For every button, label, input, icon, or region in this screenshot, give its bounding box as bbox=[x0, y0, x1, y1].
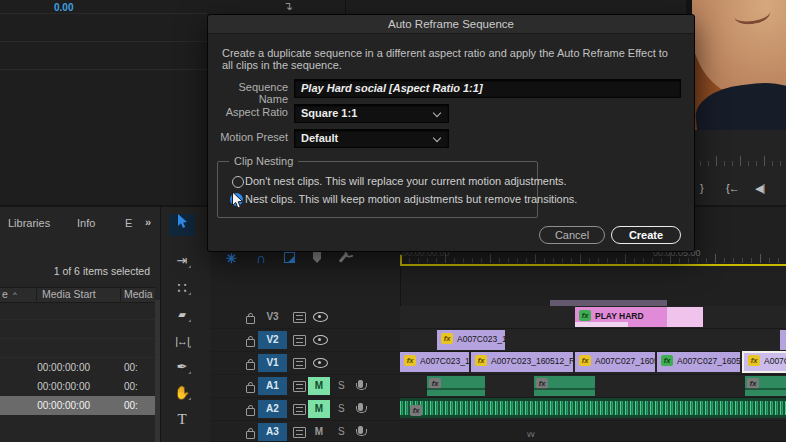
clip-v1[interactable]: fxA007C023_1 bbox=[400, 352, 469, 372]
track-content-a3 bbox=[400, 421, 786, 442]
table-row-media-start[interactable]: 00:00:00:00 bbox=[33, 400, 90, 411]
dialog-title[interactable]: Auto Reframe Sequence bbox=[208, 15, 694, 34]
sync-lock-icon[interactable] bbox=[293, 427, 306, 438]
mute-button[interactable]: M bbox=[308, 423, 330, 441]
snap-magnet-icon[interactable]: ∩ bbox=[256, 250, 266, 266]
voiceover-mic-icon[interactable] bbox=[358, 403, 363, 411]
mute-button[interactable]: M bbox=[308, 400, 330, 418]
toggle-track-output-icon[interactable] bbox=[313, 358, 328, 368]
selection-tool[interactable] bbox=[169, 214, 195, 236]
audio-clip-a1[interactable]: fx bbox=[745, 376, 786, 396]
voiceover-mic-icon[interactable] bbox=[358, 426, 363, 434]
table-row-media-end[interactable]: 00: bbox=[124, 400, 138, 411]
panel-divider bbox=[0, 69, 207, 70]
chevron-down-icon bbox=[433, 109, 441, 117]
audio-clip-a1[interactable]: fx bbox=[427, 376, 485, 396]
clip-v1[interactable]: fxA007C027_16051 bbox=[657, 352, 740, 372]
solo-button[interactable]: S bbox=[338, 380, 345, 391]
parameter-value[interactable]: 0.00 bbox=[54, 2, 73, 13]
column-media-end-partial[interactable]: Media bbox=[124, 288, 153, 300]
type-tool[interactable]: T bbox=[169, 408, 195, 430]
nest-sequence-icon[interactable]: ✳ bbox=[226, 251, 237, 266]
lock-icon[interactable] bbox=[246, 362, 255, 370]
track-target-a2[interactable]: A2 bbox=[258, 400, 287, 418]
motion-preset-label: Motion Preset bbox=[210, 131, 288, 143]
insert-icon[interactable]: ↴ bbox=[283, 0, 293, 13]
clip-play-hard[interactable]: fxPLAY HARD bbox=[575, 307, 703, 327]
aspect-ratio-dropdown[interactable]: Square 1:1 bbox=[294, 104, 449, 123]
dont-nest-label[interactable]: Don't nest clips. This will replace your… bbox=[245, 175, 567, 187]
column-divider bbox=[36, 288, 37, 301]
sync-lock-icon[interactable] bbox=[293, 312, 306, 323]
create-button[interactable]: Create bbox=[611, 226, 681, 244]
ripple-edit-tool[interactable]: ∷ bbox=[169, 277, 195, 299]
linked-selection-icon[interactable] bbox=[284, 252, 295, 263]
track-target-v3[interactable]: V3 bbox=[258, 308, 287, 326]
motion-preset-value: Default bbox=[301, 132, 338, 144]
track-target-a1[interactable]: A1 bbox=[258, 377, 287, 395]
sync-lock-icon[interactable] bbox=[293, 358, 306, 369]
tab-effects-truncated[interactable]: E bbox=[125, 217, 132, 229]
premiere-app-window: 0.00 ↴ } {← ◀| Libraries Info E » 1 of 6… bbox=[0, 0, 786, 442]
toggle-track-output-icon[interactable] bbox=[313, 335, 328, 345]
panel-divider bbox=[0, 41, 207, 42]
audio-clip-a1[interactable]: fx bbox=[534, 376, 595, 396]
clip-nesting-group bbox=[217, 161, 538, 218]
audio-clip-a2[interactable]: fx bbox=[400, 398, 786, 418]
clip-v1[interactable]: fxA007C027_1605 bbox=[575, 352, 655, 372]
work-area-bar bbox=[400, 264, 786, 266]
tab-libraries[interactable]: Libraries bbox=[8, 217, 50, 229]
aspect-ratio-label: Aspect Ratio bbox=[210, 106, 288, 118]
lock-icon[interactable] bbox=[246, 339, 255, 347]
lock-icon[interactable] bbox=[246, 431, 255, 439]
pen-tool[interactable]: ✒ bbox=[169, 356, 195, 378]
track-target-a3[interactable]: A3 bbox=[258, 423, 287, 441]
track-target-v1[interactable]: V1 bbox=[258, 354, 287, 372]
sync-lock-icon[interactable] bbox=[293, 381, 306, 392]
fx-badge-icon: fx bbox=[579, 310, 591, 321]
voiceover-mic-icon[interactable] bbox=[358, 380, 363, 388]
mouse-cursor bbox=[231, 191, 244, 210]
clip-label: A007C bbox=[764, 353, 786, 369]
nest-clips-label[interactable]: Nest clips. This will keep motion adjust… bbox=[245, 193, 577, 205]
table-row-media-end[interactable]: 00: bbox=[124, 381, 138, 392]
clip-v2-edge[interactable] bbox=[780, 330, 786, 350]
collapsed-track-clip[interactable] bbox=[550, 300, 667, 306]
table-row-media-start[interactable]: 00:00:00:00 bbox=[33, 381, 90, 392]
sequence-name-input[interactable]: Play Hard social [Aspect Ratio 1:1] bbox=[294, 79, 681, 98]
hand-tool[interactable]: ✋ bbox=[169, 382, 195, 404]
solo-button[interactable]: S bbox=[338, 403, 345, 414]
monitor-time-ruler[interactable] bbox=[692, 150, 786, 166]
lock-icon[interactable] bbox=[246, 408, 255, 416]
column-media-start[interactable]: Media Start bbox=[42, 288, 96, 300]
mark-out-button[interactable]: } bbox=[700, 182, 703, 194]
sort-caret-icon[interactable]: ^ bbox=[13, 290, 17, 299]
cancel-button[interactable]: Cancel bbox=[539, 226, 605, 244]
column-divider bbox=[120, 288, 121, 301]
more-tabs-icon[interactable]: » bbox=[145, 216, 151, 228]
table-row-media-end[interactable]: 00: bbox=[124, 362, 138, 373]
motion-preset-dropdown[interactable]: Default bbox=[294, 129, 449, 148]
sync-lock-icon[interactable] bbox=[293, 335, 306, 346]
track-select-forward-tool[interactable]: ⇥ bbox=[169, 250, 195, 272]
toggle-track-output-icon[interactable] bbox=[313, 312, 328, 322]
go-to-in-button[interactable]: {← bbox=[726, 182, 739, 194]
scroll-chevrons-icon[interactable]: ∨∨ bbox=[526, 430, 534, 439]
tab-info[interactable]: Info bbox=[77, 217, 95, 229]
step-back-button[interactable]: ◀| bbox=[755, 182, 764, 195]
table-row-media-start[interactable]: 00:00:00:00 bbox=[33, 362, 90, 373]
dont-nest-radio[interactable] bbox=[232, 176, 244, 188]
clip-v1-selected[interactable]: fxA007C bbox=[742, 351, 786, 373]
clip-v1[interactable]: fxA007C023_160512_R1J bbox=[471, 352, 573, 372]
slip-tool[interactable]: |↔| bbox=[169, 330, 195, 352]
solo-button[interactable]: S bbox=[338, 426, 345, 437]
column-name-partial[interactable]: e bbox=[2, 288, 8, 300]
lock-icon[interactable] bbox=[246, 316, 255, 324]
mute-button[interactable]: M bbox=[308, 377, 330, 395]
razor-tool[interactable]: ▰ bbox=[169, 304, 195, 326]
clip-v2[interactable]: fxA007C023_1 bbox=[437, 330, 505, 350]
lock-icon[interactable] bbox=[246, 385, 255, 393]
track-target-v2[interactable]: V2 bbox=[258, 331, 287, 349]
sync-lock-icon[interactable] bbox=[293, 404, 306, 415]
fx-badge-icon: fx bbox=[475, 355, 487, 366]
